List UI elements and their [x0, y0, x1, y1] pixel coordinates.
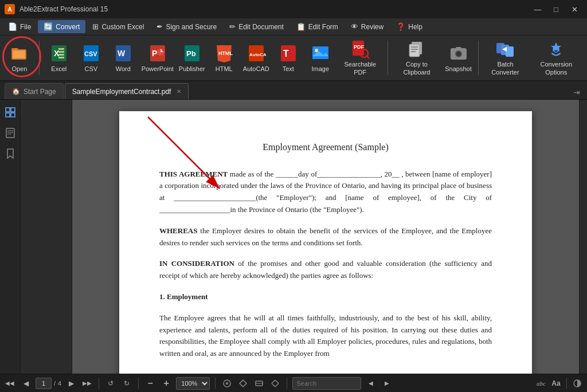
autocad-button[interactable]: AutoCAD AutoCAD	[241, 38, 271, 77]
undo-button[interactable]: ↺	[104, 377, 117, 390]
html-button[interactable]: HTML HTML	[209, 38, 239, 77]
image-button[interactable]: Image	[306, 38, 335, 77]
page-separator: /	[54, 380, 56, 387]
image-icon	[310, 43, 331, 64]
snapshot-icon	[448, 43, 469, 64]
maximize-button[interactable]: □	[548, 3, 564, 15]
svg-rect-1	[11, 48, 18, 50]
titlebar: A Able2Extract Professional 15 — □ ✕	[0, 0, 587, 18]
svg-line-61	[272, 380, 275, 383]
home-icon: 🏠	[12, 88, 20, 95]
search-input[interactable]	[292, 377, 361, 390]
contrast-button[interactable]	[571, 377, 584, 390]
publisher-button[interactable]: Pb Publisher	[177, 38, 207, 77]
menu-sign-secure[interactable]: ✒ Sign and Secure	[151, 20, 222, 33]
status-sep-3	[215, 378, 216, 389]
svg-rect-27	[312, 56, 328, 59]
app-logo: A	[5, 4, 15, 14]
autocad-icon: AutoCAD	[246, 43, 267, 64]
pdf-paragraph-1: THIS AGREEMENT made as of the ______day …	[159, 168, 492, 216]
nav-first-button[interactable]: ◀◀	[3, 377, 16, 390]
view-mode-4-button[interactable]	[269, 377, 281, 390]
status-sep-1	[99, 378, 99, 389]
zoom-select[interactable]: 100% 50% 75% 125% 150% 200%	[176, 377, 210, 390]
status-sep-5	[566, 378, 567, 389]
svg-rect-40	[456, 47, 461, 49]
minimize-button[interactable]: —	[530, 3, 546, 15]
menu-edit-form[interactable]: 📋 Edit Form	[291, 20, 344, 33]
pdf-viewer[interactable]: Employment Agreement (Sample) THIS AGREE…	[72, 100, 579, 374]
custom-excel-icon: ⊞	[92, 22, 99, 31]
svg-rect-47	[6, 108, 10, 112]
tab-panel-toggle[interactable]: ⇥	[571, 85, 582, 99]
page-panel[interactable]	[21, 100, 72, 374]
zoom-in-button[interactable]: +	[160, 377, 173, 390]
svg-text:P: P	[152, 49, 157, 58]
open-button-wrap: Open	[5, 38, 34, 77]
nav-prev-button[interactable]: ◀	[19, 377, 32, 390]
conversion-options-icon	[546, 40, 566, 59]
powerpoint-button[interactable]: P PowerPoint	[140, 38, 175, 77]
sidebar-grid-icon[interactable]	[2, 104, 18, 120]
review-icon: 👁	[351, 22, 358, 31]
nav-next-button[interactable]: ▶	[65, 377, 77, 390]
search-prev-button[interactable]: ◀	[365, 377, 377, 390]
view-mode-1-button[interactable]	[221, 377, 233, 390]
ribbon-sep-3	[478, 41, 479, 75]
statusbar: ◀◀ ◀ / 4 ▶ ▶▶ ↺ ↻ − + 100% 50% 75% 125% …	[0, 374, 587, 392]
svg-text:X: X	[54, 49, 60, 58]
tab-close-button[interactable]: ✕	[177, 88, 181, 95]
text-button[interactable]: T Text	[273, 38, 303, 77]
excel-button[interactable]: X Excel	[44, 38, 74, 77]
svg-rect-2	[13, 50, 25, 58]
redo-button[interactable]: ↻	[120, 377, 133, 390]
main-area: Employment Agreement (Sample) THIS AGREE…	[0, 100, 587, 374]
menu-custom-excel[interactable]: ⊞ Custom Excel	[87, 20, 150, 33]
text-format-button[interactable]: abc	[535, 377, 547, 390]
sidebar-page-icon[interactable]	[2, 125, 18, 141]
svg-rect-36	[411, 51, 416, 52]
sidebar-bookmark-icon[interactable]	[2, 146, 18, 162]
menu-help[interactable]: ❓ Help	[390, 20, 428, 33]
pdf-page: Employment Agreement (Sample) THIS AGREE…	[119, 111, 532, 374]
statusbar-right: abc Aa	[535, 377, 584, 390]
ribbon-sep-1	[39, 41, 40, 75]
copy-clipboard-button[interactable]: Copy to Clipboard	[393, 38, 441, 77]
batch-converter-icon	[495, 40, 515, 59]
nav-last-button[interactable]: ▶▶	[81, 377, 93, 390]
excel-icon: X	[49, 43, 69, 64]
menu-review[interactable]: 👁 Review	[345, 20, 389, 33]
svg-text:Pb: Pb	[186, 49, 196, 58]
svg-text:W: W	[118, 49, 126, 58]
search-next-button[interactable]: ▶	[381, 377, 393, 390]
zoom-out-button[interactable]: −	[144, 377, 156, 390]
tab-start-page[interactable]: 🏠 Start Page	[5, 83, 64, 99]
svg-rect-33	[409, 44, 420, 57]
csv-button[interactable]: CSV CSV	[76, 38, 106, 77]
html-icon: HTML	[214, 43, 234, 64]
right-scrollbar[interactable]	[579, 100, 587, 374]
page-number-input[interactable]	[36, 378, 52, 389]
menu-convert[interactable]: 🔄 Convert	[38, 20, 85, 33]
menu-edit-document[interactable]: ✏ Edit Document	[224, 20, 289, 33]
batch-converter-button[interactable]: Batch Converter	[483, 38, 527, 77]
menu-file[interactable]: 📄 File	[2, 20, 37, 33]
app-title: Able2Extract Professional 15	[19, 5, 108, 13]
conversion-options-button[interactable]: Conversion Options	[530, 38, 582, 77]
searchable-pdf-button[interactable]: PDF Searchable PDF	[338, 38, 383, 77]
svg-line-64	[275, 383, 279, 387]
open-button[interactable]: Open	[5, 38, 34, 77]
page-info: / 4	[36, 378, 61, 389]
view-mode-3-button[interactable]	[253, 377, 265, 390]
svg-point-46	[555, 48, 557, 50]
svg-rect-8	[58, 57, 64, 58]
snapshot-button[interactable]: Snapshot	[443, 38, 473, 77]
searchable-pdf-icon: PDF	[350, 40, 370, 59]
case-toggle-button[interactable]: Aa	[550, 377, 562, 390]
view-mode-2-button[interactable]	[237, 377, 249, 390]
close-button[interactable]: ✕	[566, 3, 582, 15]
tab-sample-contract[interactable]: SampleEmploymentContract.pdf ✕	[65, 83, 189, 99]
word-button[interactable]: W Word	[108, 38, 138, 77]
titlebar-controls: — □ ✕	[530, 3, 582, 15]
edit-form-icon: 📋	[296, 22, 306, 31]
